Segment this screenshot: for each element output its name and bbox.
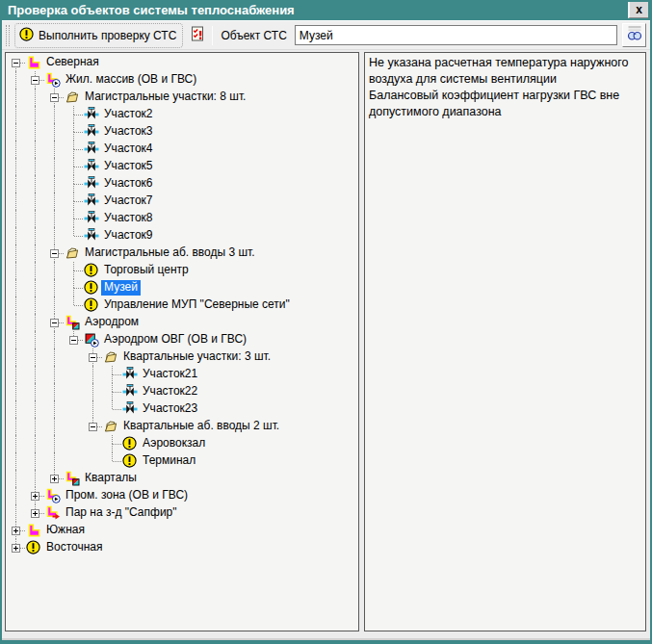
tree-item-label[interactable]: Музей: [101, 280, 141, 296]
tree-guide: [6, 245, 25, 262]
collapse-minus-box[interactable]: [31, 76, 39, 85]
valve-icon: [83, 158, 101, 175]
tree-guide: [25, 262, 44, 279]
tree-item: Участок5: [6, 158, 358, 175]
tree-guide: [44, 366, 64, 383]
tree-item-label[interactable]: Участок7: [101, 193, 156, 209]
tree-item: Участок4: [6, 141, 358, 158]
tree-guide: [25, 123, 44, 141]
tree-item-label[interactable]: Аэродром: [82, 315, 142, 330]
tree-item-label[interactable]: Участок21: [140, 367, 200, 382]
tree-item: Участок22: [6, 383, 358, 400]
tree-item: Магистральные аб. вводы 3 шт.: [6, 245, 358, 262]
collapse-minus-box[interactable]: [50, 93, 59, 102]
tree-item-label[interactable]: Магистральные аб. вводы 3 шт.: [82, 245, 258, 261]
tree-item-label[interactable]: Пар на з-д "Сапфир": [63, 505, 180, 521]
tree-item-label[interactable]: Участок22: [140, 384, 200, 399]
validation-message: Не указана расчетная температура наружно…: [369, 55, 641, 88]
tree-guide: [44, 106, 64, 123]
warning-icon: [121, 452, 140, 470]
expand-plus-box[interactable]: [12, 544, 20, 553]
tree-connector: [44, 314, 64, 331]
valve-icon: [121, 366, 140, 383]
valve-icon: [83, 123, 101, 141]
tree-guide: [64, 366, 83, 383]
collapse-minus-box[interactable]: [69, 336, 78, 345]
tree-item-label[interactable]: Жил. массив (ОВ и ГВС): [63, 72, 199, 88]
tree-guide: [6, 175, 25, 193]
tree-guide: [6, 279, 25, 296]
collapse-minus-box[interactable]: [12, 59, 20, 67]
tree-guide: [6, 210, 25, 227]
tree-item-label[interactable]: Магистральные участки: 8 шт.: [82, 90, 248, 105]
tree-item-label[interactable]: Терминал: [140, 453, 198, 469]
tree-guide: [25, 210, 44, 227]
tree-connector: [25, 71, 44, 89]
tree-guide: [44, 331, 64, 348]
tree-connector: [102, 383, 121, 400]
tree-item-label[interactable]: Квартальные участки: 3 шт.: [120, 349, 274, 365]
tree-item-label[interactable]: Участок8: [101, 211, 156, 226]
dialog-window: Проверка объектов системы теплоснабжения…: [2, 0, 650, 640]
tree-connector: [64, 210, 83, 227]
expand-plus-box[interactable]: [12, 527, 20, 535]
tree-item-label[interactable]: Южная: [43, 523, 88, 538]
collapse-minus-box[interactable]: [50, 319, 59, 327]
collapse-minus-box[interactable]: [89, 353, 97, 362]
run-check-label: Выполнить проверку СТС: [39, 29, 176, 42]
tree-item-label[interactable]: Кварталы: [82, 471, 140, 486]
tree-connector: [102, 366, 121, 383]
tree-item-label[interactable]: Участок23: [140, 401, 200, 417]
tree-item-label[interactable]: Аэровокзал: [140, 436, 208, 451]
toolbar-grip[interactable]: [6, 25, 10, 46]
folder-icon: [102, 418, 120, 435]
tree-item-label[interactable]: Квартальные аб. вводы 2 шт.: [120, 419, 282, 434]
tree-connector: [6, 54, 25, 71]
tree-item-label[interactable]: Торговый центр: [101, 263, 192, 278]
valve-icon: [121, 400, 140, 418]
tree-guide: [44, 262, 64, 279]
tree-item-label[interactable]: Участок3: [101, 124, 156, 140]
tree-item-label[interactable]: Пром. зона (ОВ и ГВС): [63, 488, 191, 503]
plant-steam-icon: [44, 504, 63, 522]
tree-guide: [44, 348, 64, 366]
tree-connector: [102, 452, 121, 470]
collapse-minus-box[interactable]: [89, 423, 97, 431]
object-cts-input[interactable]: [295, 25, 617, 45]
valve-icon: [83, 175, 101, 193]
warning-icon: [121, 435, 140, 452]
checklist-button[interactable]: [188, 24, 207, 47]
tree-item-label[interactable]: Участок9: [101, 228, 156, 244]
find-button[interactable]: [622, 23, 646, 47]
expand-plus-box[interactable]: [31, 492, 39, 501]
tree-item-label[interactable]: Участок5: [101, 159, 156, 174]
tree-connector: [64, 106, 83, 123]
tree-guide: [6, 348, 25, 366]
run-check-button[interactable]: Выполнить проверку СТС: [14, 23, 183, 48]
tree-guide: [25, 193, 44, 210]
tree-connector: [25, 504, 44, 522]
tree-item-label[interactable]: Участок2: [101, 107, 156, 122]
tree-item-label[interactable]: Управление МУП "Северные сети": [101, 297, 293, 313]
expand-plus-box[interactable]: [31, 509, 39, 518]
expand-plus-box[interactable]: [50, 475, 59, 483]
tree-guide: [6, 158, 25, 175]
tree-item-label[interactable]: Аэродром ОВГ (ОВ и ГВС): [101, 332, 249, 348]
plant-district-icon: [64, 470, 82, 487]
tree-item-label[interactable]: Участок4: [101, 142, 156, 157]
tree-guide: [64, 348, 83, 366]
tree-guide: [6, 89, 25, 106]
tree-guide: [44, 452, 64, 470]
tree-guide: [25, 366, 44, 383]
tree-connector: [44, 245, 64, 262]
tree-guide: [64, 435, 83, 452]
close-button[interactable]: x: [628, 2, 648, 18]
collapse-minus-box[interactable]: [50, 249, 59, 258]
tree-guide: [6, 383, 25, 400]
folder-icon: [64, 89, 82, 106]
tree-item-label[interactable]: Северная: [43, 55, 102, 70]
tree-item-label[interactable]: Восточная: [43, 540, 106, 555]
tree-guide: [25, 435, 44, 452]
valve-icon: [121, 383, 140, 400]
tree-item-label[interactable]: Участок6: [101, 176, 156, 192]
